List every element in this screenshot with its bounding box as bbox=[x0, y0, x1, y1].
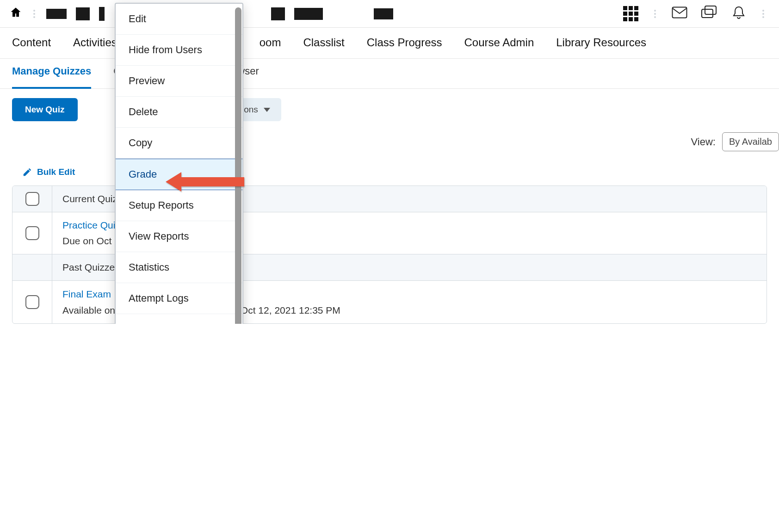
redacted bbox=[271, 7, 285, 20]
menu-item-delete[interactable]: Delete bbox=[116, 97, 242, 128]
svg-rect-2 bbox=[702, 9, 713, 18]
quiz-link-final[interactable]: Final Exam bbox=[62, 289, 111, 300]
new-quiz-button[interactable]: New Quiz bbox=[12, 98, 78, 121]
nav-class-progress[interactable]: Class Progress bbox=[367, 36, 442, 49]
menu-dots-icon[interactable] bbox=[31, 9, 37, 19]
menu-item-setup-reports[interactable]: Setup Reports bbox=[116, 190, 242, 221]
quiz-link-practice[interactable]: Practice Quiz bbox=[62, 220, 120, 231]
home-icon[interactable] bbox=[9, 6, 22, 21]
redacted bbox=[294, 8, 323, 20]
redacted bbox=[374, 8, 393, 19]
menu-item-attempt-logs[interactable]: Attempt Logs bbox=[116, 283, 242, 314]
nav-content[interactable]: Content bbox=[12, 36, 51, 49]
mail-icon[interactable] bbox=[672, 6, 687, 22]
pencil-icon bbox=[22, 167, 32, 177]
apps-grid-icon[interactable] bbox=[623, 6, 638, 21]
nav-classlist[interactable]: Classlist bbox=[303, 36, 344, 49]
menu-item-statistics[interactable]: Statistics bbox=[116, 252, 242, 283]
row-checkbox[interactable] bbox=[25, 295, 39, 309]
scrollbar[interactable] bbox=[235, 7, 241, 324]
menu-item-copy[interactable]: Copy bbox=[116, 128, 242, 159]
select-all-checkbox[interactable] bbox=[25, 192, 39, 206]
view-select[interactable]: By Availab bbox=[722, 132, 779, 151]
nav-library-resources[interactable]: Library Resources bbox=[556, 36, 646, 49]
menu-item-view-reports[interactable]: View Reports bbox=[116, 221, 242, 252]
menu-dots-icon[interactable] bbox=[760, 9, 766, 19]
bell-icon[interactable] bbox=[731, 6, 747, 22]
quiz-context-menu: Edit Hide from Users Preview Delete Copy… bbox=[115, 3, 243, 324]
row-checkbox[interactable] bbox=[25, 226, 39, 240]
nav-activities[interactable]: Activities bbox=[73, 36, 117, 49]
menu-dots-icon[interactable] bbox=[652, 9, 658, 19]
nav-zoom[interactable]: oom bbox=[260, 36, 281, 49]
tab-manage-quizzes[interactable]: Manage Quizzes bbox=[12, 65, 91, 89]
redacted bbox=[46, 9, 67, 19]
redacted bbox=[76, 7, 90, 20]
menu-item-publish-lor[interactable]: Publish to LOR bbox=[116, 314, 242, 324]
nav-course-admin[interactable]: Course Admin bbox=[464, 36, 534, 49]
menu-item-hide[interactable]: Hide from Users bbox=[116, 35, 242, 66]
bulk-edit-label: Bulk Edit bbox=[37, 167, 75, 177]
chevron-down-icon bbox=[264, 108, 270, 112]
view-label: View: bbox=[691, 136, 716, 148]
menu-item-edit[interactable]: Edit bbox=[116, 4, 242, 35]
redacted bbox=[99, 7, 105, 21]
svg-rect-1 bbox=[705, 6, 716, 14]
menu-item-preview[interactable]: Preview bbox=[116, 66, 242, 97]
menu-item-grade[interactable]: Grade bbox=[116, 159, 242, 190]
chat-icon[interactable] bbox=[701, 6, 717, 22]
svg-rect-0 bbox=[673, 7, 687, 18]
